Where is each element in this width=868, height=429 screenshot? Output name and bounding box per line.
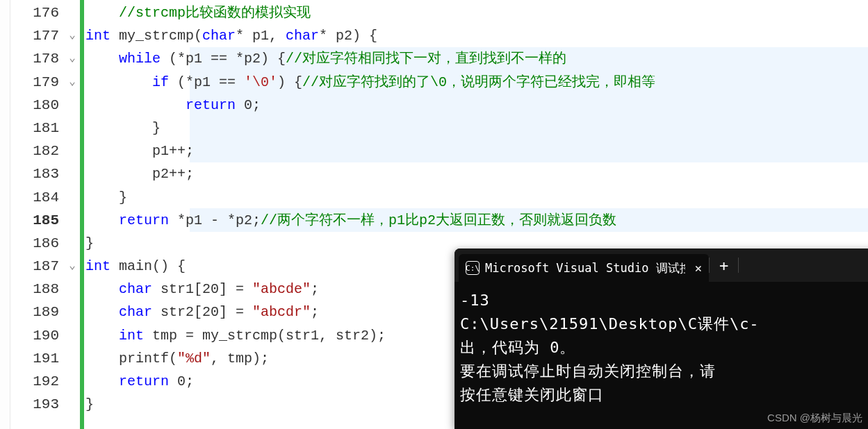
line-number[interactable]: 184 xyxy=(10,186,59,209)
watermark: CSDN @杨树与晨光 xyxy=(767,412,862,425)
vertical-scrollbar[interactable] xyxy=(0,0,10,429)
line-number[interactable]: 187 xyxy=(10,255,59,278)
comment: //strcmp比较函数的模拟实现 xyxy=(119,5,311,21)
line-number[interactable]: 179 xyxy=(10,71,59,94)
line-number[interactable]: 182 xyxy=(10,140,59,162)
line-number[interactable]: 183 xyxy=(10,162,59,185)
line-number[interactable]: 185 xyxy=(10,209,59,232)
terminal-line: C:\Users\21591\Desktop\C课件\c- xyxy=(460,312,868,336)
fold-toggle[interactable]: ⌄ xyxy=(65,255,80,278)
line-number[interactable]: 181 xyxy=(10,117,59,140)
terminal-output[interactable]: -13C:\Users\21591\Desktop\C课件\c-出，代码为 0。… xyxy=(455,282,868,414)
line-number[interactable]: 178 xyxy=(10,47,59,70)
terminal-line: 出，代码为 0。 xyxy=(460,336,868,360)
line-number[interactable]: 180 xyxy=(10,94,59,117)
line-number[interactable]: 189 xyxy=(10,301,59,323)
terminal-tab[interactable]: C:\ Microsoft Visual Studio 调试控 ✕ xyxy=(459,254,709,282)
line-number[interactable]: 186 xyxy=(10,232,59,255)
fold-toggle[interactable]: ⌄ xyxy=(65,71,80,94)
new-tab-button[interactable]: + xyxy=(710,257,738,274)
line-number[interactable]: 177 xyxy=(10,24,59,47)
fold-toggle[interactable]: ⌄ xyxy=(65,47,80,70)
terminal-line: 要在调试停止时自动关闭控制台，请 xyxy=(460,360,868,383)
terminal-icon: C:\ xyxy=(466,261,480,275)
fold-toggle[interactable]: ⌄ xyxy=(65,24,80,47)
terminal-tab-title: Microsoft Visual Studio 调试控 xyxy=(485,260,685,276)
line-number[interactable]: 193 xyxy=(10,393,59,416)
line-number[interactable]: 188 xyxy=(10,278,59,301)
terminal-line: 按任意键关闭此窗口 xyxy=(460,383,868,407)
close-icon[interactable]: ✕ xyxy=(695,261,702,275)
line-number[interactable]: 190 xyxy=(10,324,59,347)
line-number[interactable]: 192 xyxy=(10,370,59,393)
tab-divider xyxy=(738,258,739,273)
fold-column: ⌄ ⌄ ⌄ ⌄ xyxy=(65,0,80,429)
line-number[interactable]: 191 xyxy=(10,347,59,370)
terminal-line: -13 xyxy=(460,289,868,312)
terminal-tab-bar: C:\ Microsoft Visual Studio 调试控 ✕ + xyxy=(455,249,868,282)
change-indicator xyxy=(80,0,84,429)
line-number[interactable]: 176 xyxy=(10,1,59,24)
line-number-gutter: 176 177 178 179 180 181 182 183 184 185 … xyxy=(10,0,65,429)
terminal-window: C:\ Microsoft Visual Studio 调试控 ✕ + -13C… xyxy=(455,249,868,429)
